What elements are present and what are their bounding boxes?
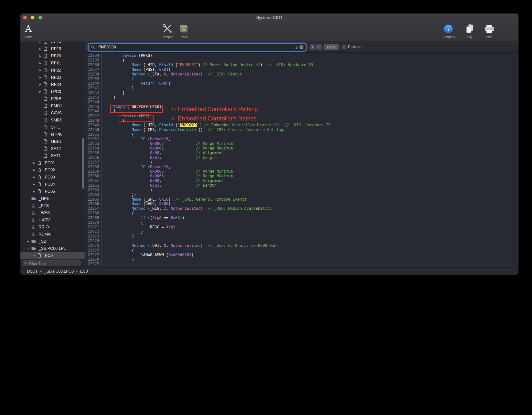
tree-item-SMBS[interactable]: SMBS: [20, 117, 85, 124]
code-text[interactable]: Method (_REG, 2, NotSerialized) // _REG:…: [102, 206, 272, 211]
code-text[interactable]: {: [102, 77, 134, 81]
disclosure-right-icon[interactable]: ▶: [32, 183, 36, 186]
search-input[interactable]: ▾ PNP0C09 1 ×: [89, 44, 306, 51]
tree-item-_GPE[interactable]: _GPE: [20, 195, 85, 202]
code-text[interactable]: {: [102, 211, 134, 216]
tree-item-SPIC[interactable]: SPIC: [20, 124, 85, 131]
code-text[interactable]: IO (Decode16,: [102, 165, 171, 169]
tree-item-_SB[interactable]: ▶_SB: [20, 238, 85, 245]
code-text[interactable]: Name (_HID, EisaId ("PNP0C09") /* Embedd…: [102, 123, 331, 128]
disclosure-right-icon[interactable]: ▶: [32, 162, 36, 164]
disclosure-right-icon[interactable]: ▶: [32, 169, 36, 171]
find-next-button[interactable]: ›: [316, 44, 322, 50]
code-text[interactable]: 0x0062, // Range Maximum: [102, 146, 233, 151]
tree-item-RP20[interactable]: ▶RP20: [20, 52, 85, 59]
disclosure-down-icon[interactable]: ▼: [26, 247, 30, 250]
tree-item-CAVS[interactable]: CAVS: [20, 109, 85, 117]
tree-item-_SB.PC00.LP[interactable]: ▼_SB.PC00.LP…: [20, 245, 85, 252]
code-text[interactable]: {: [102, 132, 134, 137]
tree-item-RP21[interactable]: ▶RP21: [20, 59, 85, 67]
tree-item-UXDV[interactable]: UXDV: [20, 216, 85, 223]
tree-item-RDMA[interactable]: RDMA: [20, 231, 85, 238]
sidebar-scrollbar[interactable]: [82, 138, 84, 189]
disclosure-down-icon[interactable]: ▼: [32, 254, 36, 257]
window-chrome[interactable]: System DSDT A Fonts Compile: [20, 14, 518, 42]
tree-item-PMC1[interactable]: PMC1: [20, 102, 85, 109]
code-text[interactable]: }: [102, 90, 125, 95]
code-text[interactable]: REGC = Arg1: [102, 225, 175, 230]
tree-item-_PTS[interactable]: _PTS: [20, 202, 85, 209]
tree-item-LPC0[interactable]: ▶LPC0: [20, 88, 85, 95]
patch-button[interactable]: Patch: [170, 22, 197, 39]
code-text[interactable]: {: [102, 58, 125, 63]
code-text[interactable]: }: [102, 229, 143, 234]
disclosure-right-icon[interactable]: ▶: [38, 90, 43, 93]
breadcrumb-item[interactable]: _SB.PC00.LPC0: [44, 268, 74, 275]
disclosure-right-icon[interactable]: ▶: [38, 62, 43, 64]
fonts-button[interactable]: A Fonts: [20, 22, 42, 39]
code-text[interactable]: }): [102, 193, 136, 197]
code-text[interactable]: 0x00, // Alignment: [102, 151, 223, 155]
tree-item-PC03[interactable]: ▶PC03: [20, 174, 85, 181]
breadcrumb-item[interactable]: EC0: [80, 268, 88, 275]
code-text[interactable]: Name (_HID, EisaId ("PNP0C0C") /* Power …: [102, 63, 313, 67]
code-text[interactable]: }: [102, 86, 134, 90]
code-text[interactable]: 0x00, // Alignment: [102, 178, 223, 183]
tree-item-RP19[interactable]: ▶RP19: [20, 45, 85, 52]
done-button[interactable]: Done: [324, 44, 339, 50]
code-text[interactable]: Name (PBST, 0x01): [102, 67, 171, 72]
tree-item-RP24[interactable]: ▶RP24: [20, 81, 85, 88]
tree-item-GBE1[interactable]: GBE1: [20, 138, 85, 145]
code-text[interactable]: 0x01, // Length: [102, 155, 217, 160]
tree-item-PC01[interactable]: ▶PC01: [20, 159, 85, 166]
tree-item-RP18[interactable]: ▶RP18: [20, 42, 85, 45]
code-text[interactable]: {: [102, 248, 134, 253]
disclosure-right-icon[interactable]: ▶: [38, 83, 43, 86]
disclosure-right-icon[interactable]: ▶: [26, 240, 30, 243]
disclosure-right-icon[interactable]: ▶: [32, 176, 36, 178]
search-options-chevron-icon[interactable]: ▾: [95, 46, 97, 48]
code-text[interactable]: ): [102, 188, 152, 193]
code-text[interactable]: [102, 262, 104, 267]
code-text[interactable]: ): [102, 160, 152, 165]
code-text[interactable]: Method (_STA, 0, NotSerialized) // _STA:…: [102, 72, 242, 77]
code-text[interactable]: IO (Decode16,: [102, 137, 171, 142]
tree-item-SAT2[interactable]: SAT2: [20, 145, 85, 152]
code-text[interactable]: Device (PWRB): [102, 53, 152, 58]
tree-item-P2SB[interactable]: P2SB: [20, 95, 85, 102]
code-text[interactable]: Name (_CRS, ResourceTemplate () // _CRS:…: [102, 128, 285, 132]
disclosure-right-icon[interactable]: ▶: [38, 76, 43, 79]
disclosure-right-icon[interactable]: ▶: [38, 55, 43, 57]
code-text[interactable]: }: [102, 95, 116, 100]
tree-item-PC05[interactable]: ▶PC05: [20, 188, 85, 195]
code-text[interactable]: }: [102, 234, 134, 239]
tree-item-SAT1[interactable]: SAT1: [20, 152, 85, 159]
tree-item-NTPK[interactable]: NTPK: [20, 131, 85, 138]
code-text[interactable]: [102, 239, 104, 243]
tree-item-EC0[interactable]: ▼EC0: [20, 252, 85, 259]
disclosure-right-icon[interactable]: ▶: [32, 190, 36, 193]
tree-item-RP22[interactable]: ▶RP22: [20, 67, 85, 74]
code-text[interactable]: Return (0x0F): [102, 81, 171, 86]
code-text[interactable]: If ((Arg0 == 0x03)): [102, 216, 185, 220]
code-text[interactable]: 0x0062, // Range Minimum: [102, 141, 233, 146]
disclosure-right-icon[interactable]: ▶: [38, 69, 43, 72]
code-text[interactable]: [102, 100, 104, 104]
tree-item-RRIO[interactable]: RRIO: [20, 223, 85, 231]
code-text[interactable]: }: [102, 257, 134, 262]
tree-item-RP23[interactable]: ▶RP23: [20, 74, 85, 81]
print-button[interactable]: Print: [476, 22, 503, 39]
code-text[interactable]: \AMW0.AMWN (0xA0040001): [102, 253, 194, 257]
code-text[interactable]: {: [102, 220, 143, 225]
code-text[interactable]: Name (REGC, 0x00): [102, 202, 171, 206]
disclosure-right-icon[interactable]: ▶: [38, 47, 43, 50]
filter-tree-input[interactable]: Filter Tree: [22, 260, 81, 266]
code-text[interactable]: Method (_Q01, 0, NotSerialized) // _Qxx:…: [102, 243, 279, 248]
find-previous-button[interactable]: ‹: [310, 44, 315, 50]
code-editor[interactable]: 22933 {22934 Device (PWRB)22935 {22936 N…: [85, 53, 518, 267]
search-icon[interactable]: ▾: [91, 45, 97, 49]
tree-item-_WAK[interactable]: _WAK: [20, 209, 85, 216]
code-text[interactable]: 0x01, // Length: [102, 183, 217, 188]
tree-item-PC02[interactable]: ▶PC02: [20, 166, 85, 174]
replace-checkbox[interactable]: [342, 45, 346, 49]
